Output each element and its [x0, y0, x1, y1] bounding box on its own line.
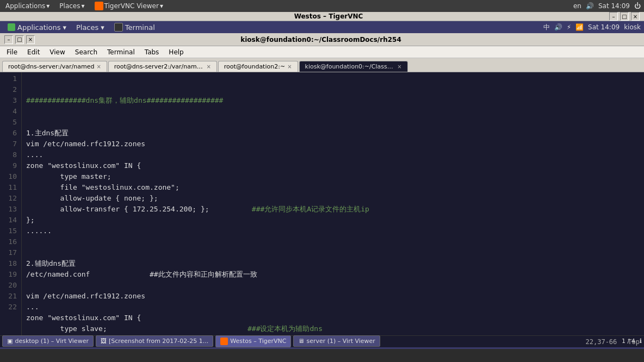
tab-tab1[interactable]: root@dns-server:/var/named×: [2, 61, 107, 72]
terminal-window-controls-left: – □ ×: [4, 35, 35, 44]
terminal-maximize-button[interactable]: □: [15, 35, 24, 44]
panel-bluetooth-icon: ⚡: [567, 23, 571, 31]
menu-search[interactable]: Search: [71, 47, 102, 57]
system-bar-left: Applications ▾ Places ▾ TigerVNC Viewer …: [3, 2, 165, 10]
tab-bar: root@dns-server:/var/named×root@dns-serv…: [0, 58, 644, 72]
tab-close-tab3[interactable]: ×: [287, 64, 292, 70]
system-applications-menu[interactable]: Applications ▾: [3, 2, 52, 10]
tigervnc-label: TigerVNC Viewer: [104, 2, 159, 10]
tab-close-tab4[interactable]: ×: [397, 64, 401, 70]
terminal-inner: – □ × kiosk@foundation0:~/ClassroomDocs/…: [0, 33, 644, 347]
vnc-window-controls: – □ ×: [609, 12, 640, 21]
line-number: 16: [2, 236, 17, 247]
vnc-minimize-button[interactable]: –: [609, 12, 618, 21]
code-line: ....: [26, 149, 640, 160]
code-line: };: [26, 215, 640, 226]
tab-label-tab4: kiosk@foundation0:~/ClassroomDocs/rh254: [305, 63, 395, 70]
tab-close-tab1[interactable]: ×: [96, 64, 101, 70]
terminal-titlebar: – □ × kiosk@foundation0:~/ClassroomDocs/…: [0, 33, 644, 46]
vnc-arrow-icon: ▾: [160, 2, 163, 10]
panel-volume-icon: 🔊: [554, 23, 562, 31]
line-number: 9: [2, 160, 17, 171]
taskbar-item-screenshot[interactable]: 🖼 [Screenshot from 2017-02-25 1...: [96, 335, 213, 347]
applications-label: Applications: [5, 2, 45, 10]
gnome-terminal-label: Terminal: [125, 23, 155, 32]
gnome-panel-right: 中 🔊 ⚡ 📶 Sat 14:09 kiosk: [543, 23, 641, 32]
line-number: 22: [2, 302, 17, 313]
terminal-minimize-button[interactable]: –: [4, 35, 13, 44]
line-number: 11: [2, 182, 17, 193]
main-window: Westos – TigerVNC – □ × Applications ▾ P…: [0, 12, 644, 333]
taskbar-item-westos-vnc[interactable]: Westos – TigerVNC: [215, 335, 291, 347]
vnc-window-title: Westos – TigerVNC: [48, 13, 609, 20]
code-line: vim /etc/named.rfc1912.zones: [26, 139, 640, 149]
code-line: allow-transfer { 172.25.254.200; }; ###允…: [26, 204, 640, 215]
places-label: Places: [59, 2, 80, 10]
gnome-apps-label: Applications: [17, 23, 60, 32]
code-line: 2.辅助dns配置: [26, 258, 640, 269]
line-number: 17: [2, 247, 17, 258]
line-number: 12: [2, 193, 17, 204]
gnome-terminal-launcher[interactable]: Terminal: [110, 21, 159, 33]
terminal-close-button[interactable]: ×: [26, 35, 35, 44]
code-line: ...: [26, 302, 640, 313]
apps-arrow-icon: ▾: [46, 2, 49, 10]
places-arrow-icon: ▾: [82, 2, 85, 10]
vnc-close-button[interactable]: ×: [631, 12, 640, 21]
info-icon[interactable]: ℹ: [640, 338, 642, 345]
taskbar-item-desktop[interactable]: ▣ desktop (1) – Virt Viewer: [2, 335, 94, 347]
gnome-places-arrow: ▾: [101, 23, 104, 32]
terminal-menu-bar: File Edit View Search Terminal Tabs Help: [0, 46, 644, 58]
tab-tab4[interactable]: kiosk@foundation0:~/ClassroomDocs/rh254×: [299, 61, 408, 72]
code-line: /etc/named.conf ##此文件内容和正向解析配置一致: [26, 269, 640, 280]
screenshot-label: [Screenshot from 2017-02-25 1...: [109, 338, 208, 345]
line-number: 4: [2, 106, 17, 117]
code-line: [26, 236, 640, 247]
menu-view[interactable]: View: [45, 47, 69, 57]
menu-help[interactable]: Help: [164, 47, 188, 57]
line-number: 10: [2, 171, 17, 182]
code-line: zone "westoslinux.com" IN {: [26, 160, 640, 171]
gnome-apps-icon: [8, 23, 15, 31]
tab-close-tab2[interactable]: ×: [206, 64, 210, 70]
tab-tab2[interactable]: root@dns-server2:/var/named/slaves×: [108, 61, 217, 72]
menu-file[interactable]: File: [2, 47, 22, 57]
editor-area: 12345678910111213141516171819202122 ####…: [0, 72, 644, 335]
gnome-apps-arrow: ▾: [63, 23, 66, 32]
tab-label-tab2: root@dns-server2:/var/named/slaves: [114, 63, 205, 70]
power-icon[interactable]: ⏻: [634, 2, 641, 10]
panel-time: Sat 14:09: [588, 23, 620, 31]
westos-vnc-icon: [220, 338, 228, 345]
pagination-info: 1 / 4: [622, 338, 635, 345]
tab-label-tab1: root@dns-server:/var/named: [8, 63, 94, 70]
terminal-body[interactable]: 12345678910111213141516171819202122 ####…: [0, 72, 644, 335]
server-vnc-icon: 🖥: [298, 338, 304, 345]
vim-line-col: 22,37-66: [586, 338, 617, 346]
desktop-label: desktop (1) – Virt Viewer: [15, 338, 89, 345]
code-line: zone "westoslinux.com" IN {: [26, 313, 640, 323]
menu-edit[interactable]: Edit: [23, 47, 44, 57]
vnc-maximize-button[interactable]: □: [620, 12, 629, 21]
code-line: [26, 280, 640, 291]
line-number: 2: [2, 84, 17, 95]
system-places-menu[interactable]: Places ▾: [57, 2, 86, 10]
code-line: [26, 117, 640, 128]
menu-terminal[interactable]: Terminal: [103, 47, 139, 57]
tab-tab3[interactable]: root@foundation2:~×: [218, 61, 298, 72]
gnome-places-label: Places: [76, 23, 98, 32]
terminal-icon: [114, 23, 123, 32]
volume-icon: 🔊: [586, 2, 594, 10]
code-line: type slave; ###设定本机为辅助dns: [26, 323, 640, 334]
gnome-applications-menu[interactable]: Applications ▾: [3, 22, 71, 33]
code-line: vim /etc/named.rfc1912.zones: [26, 291, 640, 302]
chinese-input-indicator: 中: [543, 23, 550, 32]
code-content[interactable]: ##############dns集群，辅助dns###############…: [22, 72, 644, 335]
taskbar-item-server-vnc[interactable]: 🖥 server (1) – Virt Viewer: [293, 335, 380, 347]
tigervnc-menu[interactable]: TigerVNC Viewer ▾: [92, 2, 165, 10]
gnome-places-menu[interactable]: Places ▾: [72, 22, 109, 33]
line-number: 8: [2, 149, 17, 160]
menu-tabs[interactable]: Tabs: [140, 47, 164, 57]
code-line: ##############dns集群，辅助dns###############…: [26, 95, 640, 106]
server-vnc-label: server (1) – Virt Viewer: [306, 338, 375, 345]
kiosk-user-label: kiosk: [624, 23, 641, 31]
